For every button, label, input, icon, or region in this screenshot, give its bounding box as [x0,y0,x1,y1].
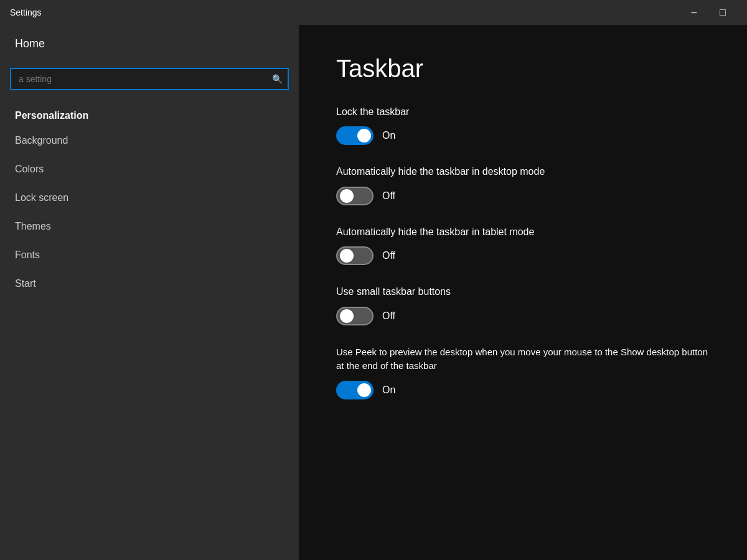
search-input[interactable] [10,68,289,90]
toggle-thumb-peek [357,383,371,397]
toggle-status-peek: On [382,385,395,396]
sidebar: Home 🔍 Personalization Background Colors… [0,25,299,560]
toggle-lock-taskbar[interactable] [336,126,374,145]
sidebar-item-themes[interactable]: Themes [0,212,299,241]
setting-small-buttons: Use small taskbar buttons Off [336,285,710,325]
sidebar-item-home[interactable]: Home [0,25,299,63]
sidebar-item-colors[interactable]: Colors [0,155,299,184]
main-layout: Home 🔍 Personalization Background Colors… [0,25,747,560]
toggle-status-hide-tablet: Off [382,250,395,261]
window-controls: – □ [680,2,737,22]
maximize-button[interactable]: □ [708,2,737,22]
setting-lock-taskbar: Lock the taskbar On [336,105,710,145]
sidebar-item-background[interactable]: Background [0,126,299,155]
setting-label-small-buttons: Use small taskbar buttons [336,285,710,299]
minimize-button[interactable]: – [680,2,708,22]
toggle-status-lock-taskbar: On [382,130,395,141]
toggle-status-hide-desktop: Off [382,190,395,202]
toggle-status-small-buttons: Off [382,310,395,322]
toggle-small-buttons[interactable] [336,307,374,325]
sidebar-item-lockscreen[interactable]: Lock screen [0,184,299,212]
setting-row-hide-tablet: Off [336,246,710,265]
toggle-thumb-lock-taskbar [357,129,371,142]
setting-label-hide-tablet: Automatically hide the taskbar in tablet… [336,225,710,239]
toggle-thumb-hide-tablet [340,249,354,263]
sidebar-section-personalization: Personalization [0,100,299,126]
page-title: Taskbar [336,55,710,83]
title-bar: Settings – □ [0,0,747,25]
setting-row-lock-taskbar: On [336,126,710,145]
setting-label-lock-taskbar: Lock the taskbar [336,105,710,119]
setting-peek-preview: Use Peek to preview the desktop when you… [336,345,710,399]
toggle-hide-desktop[interactable] [336,187,374,205]
setting-row-peek: On [336,381,710,399]
search-icon: 🔍 [272,74,283,84]
setting-hide-tablet: Automatically hide the taskbar in tablet… [336,225,710,265]
setting-row-small-buttons: Off [336,307,710,325]
toggle-thumb-hide-desktop [340,189,354,203]
content-area: Taskbar Lock the taskbar On Automaticall… [299,25,747,560]
setting-label-hide-desktop: Automatically hide the taskbar in deskto… [336,165,710,179]
toggle-peek-preview[interactable] [336,381,374,399]
setting-hide-desktop: Automatically hide the taskbar in deskto… [336,165,710,205]
sidebar-item-fonts[interactable]: Fonts [0,241,299,269]
setting-description-peek: Use Peek to preview the desktop when you… [336,345,710,373]
app-title: Settings [10,7,680,17]
search-container: 🔍 [0,63,299,100]
toggle-hide-tablet[interactable] [336,246,374,265]
setting-row-hide-desktop: Off [336,187,710,205]
sidebar-item-start[interactable]: Start [0,269,299,298]
search-wrapper: 🔍 [10,68,289,90]
toggle-thumb-small-buttons [340,309,354,323]
